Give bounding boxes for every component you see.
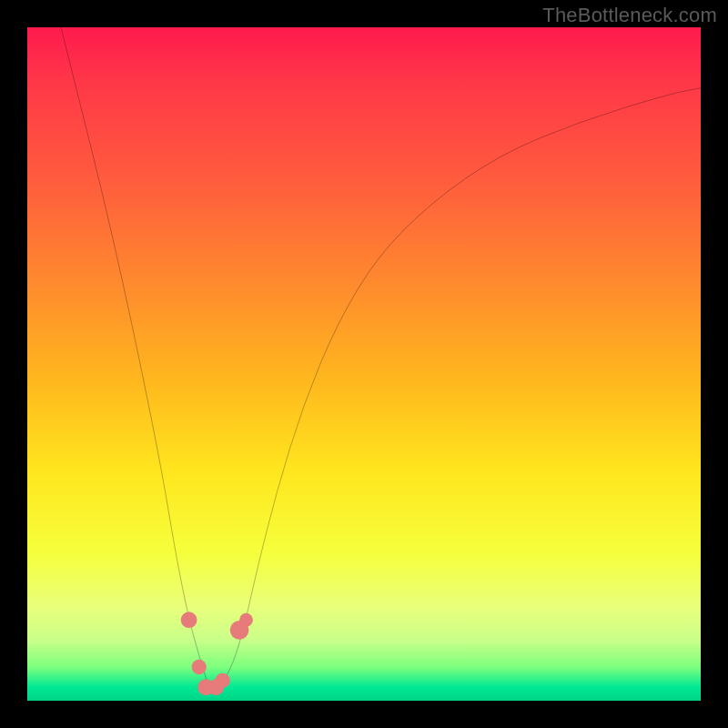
plot-area (27, 27, 701, 701)
curve-marker (239, 613, 253, 627)
curve-marker (181, 612, 197, 628)
curve-markers (181, 612, 253, 695)
curve-line (61, 27, 701, 687)
watermark-text: TheBottleneck.com (542, 4, 717, 27)
chart-frame: TheBottleneck.com (0, 0, 728, 728)
bottleneck-curve (27, 27, 701, 701)
curve-marker (192, 660, 207, 674)
curve-marker (215, 673, 229, 688)
